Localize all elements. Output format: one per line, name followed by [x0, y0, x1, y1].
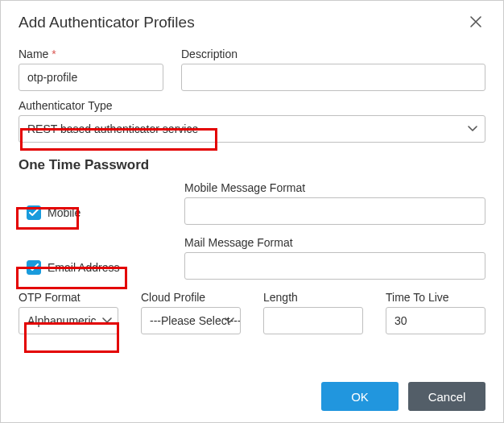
- cloud-profile-value: ---Please Select---: [150, 314, 241, 327]
- mobile-msg-input[interactable]: [184, 197, 485, 225]
- row-otp-settings: OTP Format Alphanumeric Cloud Profile --…: [19, 291, 485, 334]
- row-mobile: Mobile Mobile Message Format: [19, 181, 485, 225]
- row-name-desc: Name* Description: [19, 48, 485, 91]
- length-label: Length: [263, 291, 363, 304]
- field-ttl: Time To Live: [386, 291, 485, 334]
- ttl-label: Time To Live: [386, 291, 485, 304]
- email-checkbox-label[interactable]: Email Address: [48, 261, 119, 274]
- mobile-msg-label: Mobile Message Format: [184, 181, 485, 194]
- email-checkbox[interactable]: [27, 260, 41, 275]
- mail-msg-input[interactable]: [184, 252, 485, 280]
- row-email: Email Address Mail Message Format: [19, 236, 485, 280]
- authtype-select[interactable]: REST based authenticator service: [19, 115, 485, 143]
- name-label: Name*: [19, 48, 163, 60]
- description-input[interactable]: [181, 64, 485, 91]
- field-mobile-msg: Mobile Message Format: [184, 181, 485, 225]
- dialog-footer: OK Cancel: [321, 382, 485, 411]
- dialog: Add Authenticator Profiles Name* Descrip…: [0, 0, 504, 423]
- field-description: Description: [181, 48, 485, 91]
- name-input[interactable]: [19, 64, 163, 91]
- email-check-cell: Email Address: [19, 260, 184, 280]
- cloud-profile-select[interactable]: ---Please Select---: [141, 307, 241, 334]
- otp-format-select[interactable]: Alphanumeric: [19, 307, 118, 334]
- field-otp-format: OTP Format Alphanumeric: [19, 291, 118, 334]
- field-name: Name*: [19, 48, 163, 91]
- ok-button[interactable]: OK: [321, 382, 399, 411]
- authtype-value: REST based authenticator service: [27, 122, 198, 135]
- dialog-title: Add Authenticator Profiles: [19, 14, 195, 31]
- otp-format-label: OTP Format: [19, 291, 118, 304]
- close-icon[interactable]: [466, 12, 485, 33]
- mobile-checkbox-label[interactable]: Mobile: [48, 206, 81, 219]
- required-indicator: *: [52, 48, 56, 60]
- section-heading-otp: One Time Password: [19, 157, 485, 173]
- description-label: Description: [181, 48, 485, 60]
- mobile-check-cell: Mobile: [19, 205, 184, 225]
- ttl-input[interactable]: [386, 307, 485, 334]
- authtype-label: Authenticator Type: [19, 99, 485, 112]
- cloud-profile-label: Cloud Profile: [141, 291, 241, 304]
- dialog-header: Add Authenticator Profiles: [19, 12, 485, 33]
- cancel-button[interactable]: Cancel: [408, 382, 485, 411]
- mail-msg-label: Mail Message Format: [184, 236, 485, 249]
- field-length: Length: [263, 291, 363, 334]
- field-authtype: Authenticator Type REST based authentica…: [19, 99, 485, 143]
- field-mail-msg: Mail Message Format: [184, 236, 485, 280]
- otp-format-value: Alphanumeric: [27, 314, 97, 327]
- field-cloud-profile: Cloud Profile ---Please Select---: [141, 291, 241, 334]
- length-input[interactable]: [263, 307, 363, 334]
- mobile-checkbox[interactable]: [27, 205, 41, 220]
